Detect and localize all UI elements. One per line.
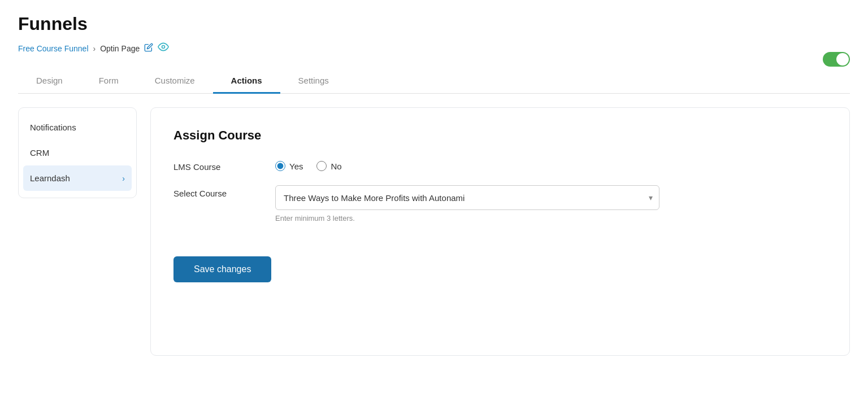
radio-no-label: No — [331, 161, 341, 171]
breadcrumb-link[interactable]: Free Course Funnel — [18, 44, 89, 53]
toggle-knob — [836, 53, 849, 66]
tab-actions[interactable]: Actions — [213, 69, 280, 94]
tabs-bar: Design Form Customize Actions Settings — [18, 69, 850, 94]
sidebar-panel: Notifications CRM Learndash › — [18, 107, 137, 198]
svg-point-0 — [162, 46, 165, 49]
select-course-label: Select Course — [173, 185, 275, 198]
sidebar-item-crm[interactable]: CRM — [19, 140, 136, 165]
main-panel: Assign Course LMS Course Yes No — [150, 107, 850, 356]
sidebar-item-notifications-label: Notifications — [30, 123, 76, 132]
page-toggle[interactable] — [823, 52, 850, 67]
breadcrumb-current: Optin Page — [100, 44, 140, 53]
save-changes-button[interactable]: Save changes — [173, 256, 271, 282]
select-wrapper: Three Ways to Make More Profits with Aut… — [275, 185, 659, 210]
tab-form[interactable]: Form — [81, 69, 137, 94]
select-course-row: Select Course Three Ways to Make More Pr… — [173, 185, 827, 222]
radio-group-lms: Yes No — [275, 159, 827, 171]
tab-customize[interactable]: Customize — [137, 69, 213, 94]
page-title: Funnels — [18, 14, 850, 34]
edit-icon[interactable] — [144, 43, 153, 54]
tab-design[interactable]: Design — [18, 69, 81, 94]
lms-course-label: LMS Course — [173, 159, 275, 172]
breadcrumb: Free Course Funnel › Optin Page — [18, 41, 850, 55]
sidebar-item-learndash[interactable]: Learndash › — [23, 165, 132, 191]
tab-settings[interactable]: Settings — [280, 69, 347, 94]
radio-no-input[interactable] — [316, 161, 327, 171]
sidebar-item-notifications[interactable]: Notifications — [19, 115, 136, 140]
content-area: Notifications CRM Learndash › Assign Cou… — [18, 107, 850, 356]
radio-yes-label: Yes — [289, 161, 303, 171]
hint-text: Enter minimum 3 letters. — [275, 214, 827, 222]
sidebar-item-learndash-label: Learndash — [30, 173, 70, 183]
sidebar-item-crm-label: CRM — [30, 148, 49, 158]
radio-yes-option[interactable]: Yes — [275, 161, 303, 171]
radio-no-option[interactable]: No — [316, 161, 341, 171]
radio-yes-input[interactable] — [275, 161, 285, 171]
select-course-field[interactable]: Three Ways to Make More Profits with Aut… — [275, 185, 659, 210]
select-course-control: Three Ways to Make More Profits with Aut… — [275, 185, 827, 222]
sidebar-chevron-icon: › — [122, 174, 125, 183]
section-title: Assign Course — [173, 128, 827, 143]
lms-course-control: Yes No — [275, 159, 827, 171]
breadcrumb-separator: › — [93, 44, 96, 53]
preview-icon[interactable] — [158, 41, 169, 55]
lms-course-row: LMS Course Yes No — [173, 159, 827, 172]
